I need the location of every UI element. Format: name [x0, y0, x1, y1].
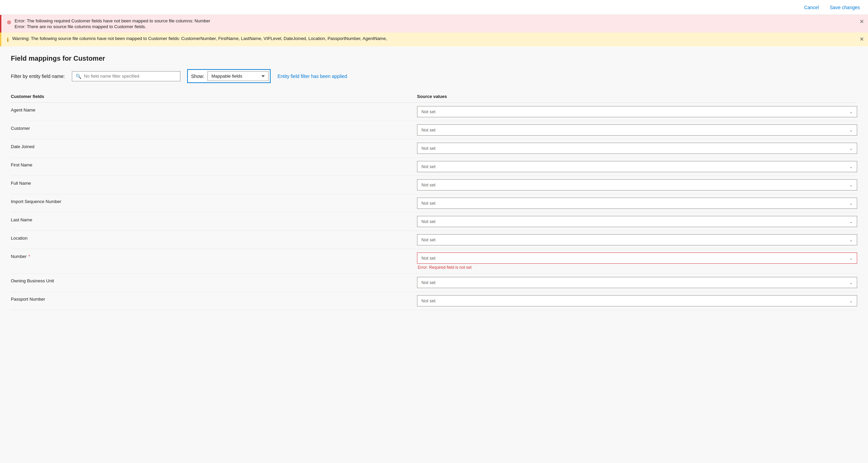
error-banner: ⊗ Error: The following required Customer… — [0, 15, 868, 33]
table-row: Date JoinedNot set⌄ — [11, 139, 857, 158]
source-dropdown-value: Not set — [421, 219, 435, 224]
chevron-down-icon: ⌄ — [849, 219, 853, 224]
chevron-down-icon: ⌄ — [849, 164, 853, 169]
field-name-label: Customer — [11, 126, 30, 131]
field-name-label: Import Sequence Number — [11, 199, 61, 204]
filter-input[interactable] — [84, 74, 177, 79]
source-value-cell: Not set⌄Error: Required field is not set — [417, 249, 857, 274]
field-name-label: Location — [11, 236, 27, 241]
source-dropdown[interactable]: Not set⌄ — [417, 216, 857, 227]
source-dropdown[interactable]: Not set⌄ — [417, 143, 857, 154]
source-dropdown[interactable]: Not set⌄ — [417, 106, 857, 117]
error-text-block: Error: The following required Customer f… — [15, 18, 210, 29]
source-dropdown[interactable]: Not set⌄ — [417, 277, 857, 288]
field-name-cell: Owning Business Unit — [11, 274, 417, 292]
source-value-cell: Not set⌄ — [417, 194, 857, 213]
field-name-cell: Last Name — [11, 213, 417, 231]
source-dropdown[interactable]: Not set⌄ — [417, 234, 857, 245]
cancel-button[interactable]: Cancel — [802, 3, 822, 12]
field-name-label: Last Name — [11, 217, 32, 222]
field-name-cell: Customer — [11, 121, 417, 139]
error-text-2: Error: There are no source file columns … — [15, 24, 210, 29]
table-row: CustomerNot set⌄ — [11, 121, 857, 139]
source-dropdown-value: Not set — [421, 237, 435, 242]
source-value-cell: Not set⌄ — [417, 231, 857, 249]
show-section: Show: All fields Mappable fields Mapped … — [187, 69, 271, 83]
source-value-cell: Not set⌄ — [417, 121, 857, 139]
source-dropdown-value: Not set — [421, 127, 435, 133]
source-dropdown-value: Not set — [421, 280, 435, 285]
source-value-cell: Not set⌄ — [417, 158, 857, 176]
chevron-down-icon: ⌄ — [849, 183, 853, 187]
source-dropdown-value: Not set — [421, 164, 435, 169]
warning-text: Warning: The following source file colum… — [12, 36, 387, 41]
field-name-label: Full Name — [11, 181, 31, 186]
main-content: Field mappings for Customer Filter by en… — [0, 46, 868, 318]
field-name-label: Passport Number — [11, 297, 45, 302]
entity-filter-link[interactable]: Entity field filter has been applied — [277, 74, 347, 79]
field-name-cell: Agent Name — [11, 103, 417, 121]
table-row: Passport NumberNot set⌄ — [11, 292, 857, 310]
source-value-cell: Not set⌄ — [417, 274, 857, 292]
source-dropdown-value: Not set — [421, 146, 435, 151]
chevron-down-icon: ⌄ — [849, 299, 853, 303]
table-row: Import Sequence NumberNot set⌄ — [11, 194, 857, 213]
filter-bar: Filter by entity field name: 🔍 Show: All… — [11, 69, 857, 83]
col-header-customer: Customer fields — [11, 91, 417, 103]
source-dropdown-value: Not set — [421, 201, 435, 206]
source-dropdown[interactable]: Not set⌄ — [417, 124, 857, 136]
field-name-cell: Passport Number — [11, 292, 417, 310]
field-name-label: Agent Name — [11, 107, 35, 113]
error-text-1: Error: The following required Customer f… — [15, 18, 210, 23]
table-row: LocationNot set⌄ — [11, 231, 857, 249]
source-dropdown-value: Not set — [421, 256, 435, 261]
col-header-source: Source values — [417, 91, 857, 103]
field-mappings-table: Customer fields Source values Agent Name… — [11, 91, 857, 310]
field-name-cell: Date Joined — [11, 139, 417, 158]
field-name-cell: Location — [11, 231, 417, 249]
source-dropdown-value: Not set — [421, 298, 435, 303]
source-dropdown[interactable]: Not set⌄ — [417, 198, 857, 209]
table-row: Owning Business UnitNot set⌄ — [11, 274, 857, 292]
chevron-down-icon: ⌄ — [849, 256, 853, 261]
top-bar: Cancel Save changes — [0, 0, 868, 15]
chevron-down-icon: ⌄ — [849, 128, 853, 133]
table-row: Full NameNot set⌄ — [11, 176, 857, 194]
field-name-label: Owning Business Unit — [11, 278, 54, 283]
show-select[interactable]: All fields Mappable fields Mapped fields… — [208, 71, 269, 81]
filter-input-wrapper: 🔍 — [72, 71, 180, 81]
field-name-cell: Full Name — [11, 176, 417, 194]
source-value-cell: Not set⌄ — [417, 103, 857, 121]
warning-circle-icon: ℹ — [7, 37, 9, 43]
error-circle-icon: ⊗ — [7, 19, 11, 25]
field-name-label: Date Joined — [11, 144, 34, 149]
field-name-cell: Number * — [11, 249, 417, 274]
chevron-down-icon: ⌄ — [849, 109, 853, 114]
field-name-label: Number — [11, 254, 26, 259]
table-row: Agent NameNot set⌄ — [11, 103, 857, 121]
filter-label: Filter by entity field name: — [11, 74, 65, 79]
table-row: First NameNot set⌄ — [11, 158, 857, 176]
source-dropdown[interactable]: Not set⌄ — [417, 253, 857, 264]
show-label: Show: — [189, 74, 204, 79]
source-value-cell: Not set⌄ — [417, 292, 857, 310]
source-dropdown-value: Not set — [421, 109, 435, 114]
warning-banner: ℹ Warning: The following source file col… — [0, 33, 868, 46]
source-dropdown[interactable]: Not set⌄ — [417, 161, 857, 172]
page-title: Field mappings for Customer — [11, 55, 857, 62]
field-name-cell: Import Sequence Number — [11, 194, 417, 213]
field-name-cell: First Name — [11, 158, 417, 176]
chevron-down-icon: ⌄ — [849, 280, 853, 285]
error-banner-close-button[interactable]: ✕ — [860, 18, 864, 25]
warning-banner-close-button[interactable]: ✕ — [860, 36, 864, 42]
source-value-cell: Not set⌄ — [417, 139, 857, 158]
source-value-cell: Not set⌄ — [417, 176, 857, 194]
required-star: * — [27, 254, 30, 259]
save-changes-button[interactable]: Save changes — [827, 3, 863, 12]
field-name-label: First Name — [11, 162, 33, 167]
source-dropdown[interactable]: Not set⌄ — [417, 295, 857, 306]
chevron-down-icon: ⌄ — [849, 201, 853, 206]
source-dropdown[interactable]: Not set⌄ — [417, 179, 857, 190]
chevron-down-icon: ⌄ — [849, 238, 853, 242]
table-row: Number *Not set⌄Error: Required field is… — [11, 249, 857, 274]
